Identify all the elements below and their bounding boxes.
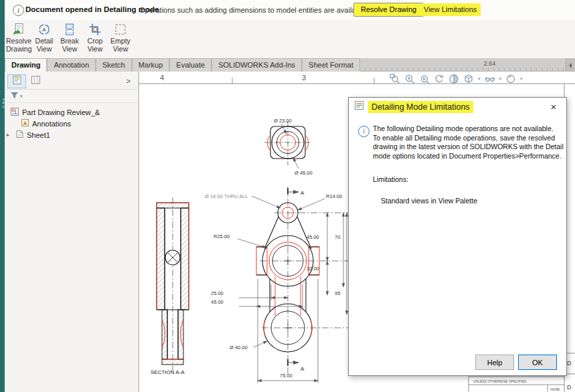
view-front[interactable]: A A [205,187,349,383]
resolve-drawing-icon [11,22,26,37]
ruler-ticks [360,68,566,71]
info-icon: i [13,5,24,16]
zoom-to-area-icon[interactable] [404,74,415,84]
dimension-25[interactable]: 25.00 [211,290,224,296]
dimension-r14[interactable]: R14.00 [326,193,342,199]
horizontal-ruler: 2.64 [360,58,575,72]
dialog-info-icon: i [358,126,369,137]
datum-label-a-top: A [301,190,305,196]
toolbar-break-view[interactable]: Break View [57,20,82,58]
info-bar-message: Operations such as adding dimensions to … [139,6,367,14]
zoom-to-fit-icon[interactable] [390,74,400,84]
command-manager-toolbar: Resolve Drawing A Detail View Break View… [5,20,575,59]
dimension-70[interactable]: 70 [335,234,340,240]
break-view-icon [62,22,77,37]
resolve-drawing-button[interactable]: Resolve Drawing [353,3,424,17]
dialog-app-icon [354,100,364,113]
hide-show-caret-icon[interactable]: ▾ [499,76,502,82]
toolbar-crop-view[interactable]: Crop View [82,20,108,58]
previous-view-icon[interactable] [419,74,430,84]
horizontal-ruler-label: 2.64 [484,60,496,67]
dimension-dia40[interactable]: Ø 40.00 [230,345,248,351]
tree-item-label: Annotations [32,120,71,128]
detail-view-icon: A [37,22,52,37]
tab-drawing[interactable]: Drawing [5,58,47,72]
tree-item-drawing-root[interactable]: Part Drawing Review_& [5,106,137,118]
toolbar-label: View [31,45,57,53]
toolbar-empty-view[interactable]: Empty View [108,20,133,58]
zone-column-4: 4 [160,74,164,82]
display-style-caret-icon[interactable]: ▾ [478,76,481,82]
detailing-mode-limitations-dialog: Detailing Mode Limitations × i The follo… [348,97,567,376]
help-button[interactable]: Help [475,355,514,370]
appearance-caret-icon[interactable]: ▾ [520,76,523,82]
drawing-document-icon [10,107,19,118]
tab-markup[interactable]: Markup [132,58,170,72]
tab-sketch[interactable]: Sketch [96,58,132,72]
tab-annotation[interactable]: Annotation [47,58,96,72]
datum-label-a-bottom: A [301,366,305,372]
expander-icon[interactable]: ▸ [5,132,11,138]
tree-filter-row: ▾ [5,90,137,103]
panel-tab-featuremanager[interactable] [7,74,26,88]
toolbar-detail-view[interactable]: A Detail View [31,20,57,58]
ok-button[interactable]: OK [518,355,557,370]
view-top-flange[interactable]: Ø 23.00 Ø 45.00 [264,118,313,176]
panel-collapse-arrow[interactable]: > [122,77,135,85]
tab-evaluate[interactable]: Evaluate [169,58,212,72]
dimension-45b[interactable]: 45.00 [211,299,224,305]
panel-tab-strip: > [5,72,137,90]
toolbar-label: Break [57,37,82,45]
title-block-name-header: NAME [550,387,560,391]
zone-row-d2: D [567,384,572,391]
tree-item-sheet1[interactable]: ▸ Sheet1 [5,129,137,140]
filter-caret-icon: ▾ [20,94,23,99]
dimension-45[interactable]: 45.00 [307,234,319,240]
rotate-view-icon[interactable] [434,74,444,84]
dimension-r25[interactable]: R25.00 [214,233,230,239]
view-limitations-link[interactable]: View Limitations [420,3,481,16]
dimension-thru[interactable]: Ø 14.00 THRU ALL [205,193,248,199]
tab-solidworks-add-ins[interactable]: SOLIDWORKS Add-Ins [212,58,302,72]
hide-show-items-icon[interactable] [485,74,495,84]
toolbar-label: Detail [31,37,57,45]
svg-text:A: A [42,27,46,33]
heads-up-view-toolbar: ▾ ▾ ▾ [390,73,523,84]
window-edge-strip [0,0,5,392]
toolbar-label: Resolve [6,37,31,45]
toolbar-label: View [82,45,108,53]
tab-sheet-format[interactable]: Sheet Format [302,58,360,72]
toolbar-resolve-drawing[interactable]: Resolve Drawing [6,20,31,58]
dimension-32[interactable]: 32.00 [307,266,319,272]
ruler-scroll-button[interactable] [566,58,575,71]
empty-view-icon [113,22,128,37]
toolbar-label: Drawing [6,45,31,53]
detailing-mode-info-bar: i Document opened in Detailing mode Oper… [5,0,575,21]
limitations-label: Limitations: [373,175,408,183]
feature-tree: Part Drawing Review_& A Annotations ▸ Sh… [5,103,137,140]
display-pane-tab-icon [31,75,41,88]
feature-manager-panel: > ▾ Part Drawing Review_& A Annotations [5,72,138,392]
toolbar-label: View [108,45,133,53]
dimension-75[interactable]: 75.00 [280,373,293,379]
edit-appearance-icon[interactable] [505,74,516,84]
panel-tab-display-pane[interactable] [26,74,45,88]
dimension-95[interactable]: 95 [335,290,340,296]
limitation-item: Standard views in View Palette [381,197,477,205]
dialog-title-bar[interactable]: Detailing Mode Limitations × [349,98,566,116]
tree-item-annotations[interactable]: A Annotations [5,118,137,129]
zone-row-d1: D [567,360,572,367]
view-section-aa[interactable]: SECTION A-A [151,197,189,375]
featuremanager-tab-icon [12,75,22,88]
svg-text:A: A [23,120,27,126]
display-style-icon[interactable] [463,74,474,84]
dimension-dia23[interactable]: Ø 23.00 [274,118,292,124]
sheet-icon [15,130,24,140]
section-view-icon[interactable] [448,74,459,84]
filter-icon[interactable] [10,90,19,102]
title-block-note: UNLESS OTHERWISE SPECIFIED [473,379,527,383]
tree-item-label: Part Drawing Review_& [22,108,100,116]
toolbar-label: Empty [108,37,133,45]
dimension-dia45[interactable]: Ø 45.00 [295,170,313,176]
close-icon[interactable]: × [544,99,564,115]
